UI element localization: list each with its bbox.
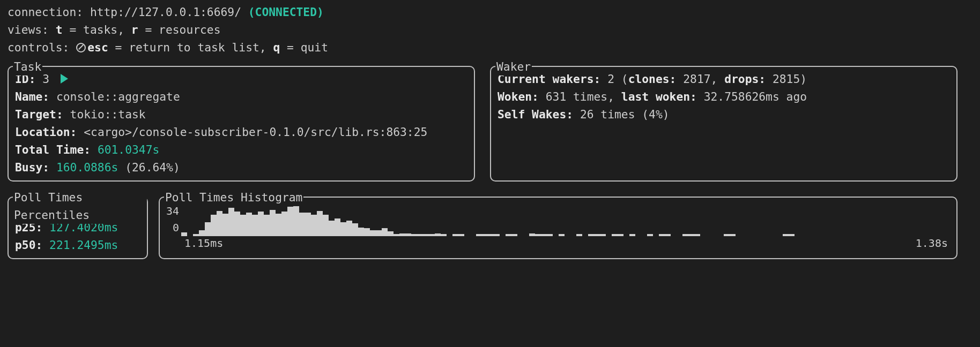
controls-text-q: = quit <box>280 41 328 54</box>
views-key-t[interactable]: t <box>56 23 63 36</box>
histogram-bar <box>287 207 293 236</box>
histogram-bar <box>659 234 665 236</box>
task-location-label: Location: <box>15 125 77 139</box>
waker-clones-label: clones: <box>628 72 677 86</box>
task-panel: Task ID: 3 Name: console::aggregate Targ… <box>8 66 475 182</box>
histogram-bar <box>441 234 447 236</box>
task-target-label: Target: <box>15 108 63 121</box>
histogram-bar <box>665 234 671 236</box>
waker-drops-value: 2815 <box>773 72 800 86</box>
histogram-bar <box>612 234 618 236</box>
controls-key-esc[interactable]: esc <box>87 41 108 54</box>
histogram-bar <box>234 212 240 236</box>
connection-line: connection: http://127.0.0.1:6669/ (CONN… <box>8 3 957 21</box>
waker-woken-value: 631 times <box>546 90 607 103</box>
histogram-bar <box>405 233 411 236</box>
histogram-bar <box>488 234 494 236</box>
waker-last-woken-label: last woken: <box>621 90 697 103</box>
histogram-bar <box>600 234 606 236</box>
histogram-bar <box>724 234 730 236</box>
histogram-bar <box>311 215 317 236</box>
histogram-bar <box>482 234 488 236</box>
histogram-bar <box>588 234 594 236</box>
views-label: views: <box>8 23 49 36</box>
histogram-bar <box>417 234 423 236</box>
stop-icon <box>76 43 86 52</box>
percentiles-panel-title: Poll Times Percentiles <box>13 188 147 224</box>
connection-url: http://127.0.0.1:6669/ <box>90 5 241 19</box>
histogram-bar <box>629 234 635 236</box>
histogram-bar <box>335 218 340 236</box>
histogram-bar <box>246 213 252 236</box>
histogram-bar <box>346 221 352 236</box>
histogram-bar <box>281 212 287 236</box>
histogram-bar <box>276 214 281 236</box>
histogram-xmin: 1.15ms <box>184 235 223 252</box>
task-total-value: 601.0347s <box>98 143 159 156</box>
task-total-label: Total Time: <box>15 143 91 156</box>
histogram-bar <box>506 234 511 236</box>
histogram-bar <box>783 234 789 236</box>
histogram-bar <box>789 234 795 236</box>
histogram-bar <box>240 215 246 236</box>
histogram-bar <box>576 234 582 236</box>
play-icon <box>61 74 68 84</box>
histogram-bar <box>323 215 329 236</box>
task-panel-title: Task <box>13 58 42 76</box>
waker-current-value: 2 <box>607 72 614 86</box>
waker-panel: Waker Current wakers: 2 (clones: 2817, d… <box>490 66 957 182</box>
histogram-bar <box>647 234 653 236</box>
histogram-bar <box>541 234 547 236</box>
waker-self-label: Self Wakes: <box>498 108 573 121</box>
histogram-bar <box>317 211 323 236</box>
waker-drops-label: drops: <box>724 72 766 86</box>
histogram-bar <box>370 230 376 236</box>
views-line: views: t = tasks, r = resources <box>8 21 957 39</box>
histogram-bar <box>329 221 335 236</box>
task-name-label: Name: <box>15 90 49 103</box>
histogram-bar <box>222 214 228 236</box>
waker-last-woken-value: 32.758626ms ago <box>704 90 807 103</box>
controls-key-q[interactable]: q <box>273 41 280 54</box>
histogram-yaxis: 34 0 <box>166 203 179 236</box>
percentile-label: p50: <box>15 238 42 252</box>
controls-text-esc: = return to task list, <box>108 41 266 54</box>
histogram-bar <box>205 222 211 236</box>
connection-status: (CONNECTED) <box>248 5 324 19</box>
histogram-bar <box>258 212 264 236</box>
histogram-bar <box>394 234 399 236</box>
histogram-bar <box>476 234 482 236</box>
histogram-panel: Poll Times Histogram 34 0 1.15ms 1.38s <box>159 197 957 259</box>
histogram-bar <box>305 213 311 236</box>
histogram-bar <box>211 215 217 236</box>
histogram-bar <box>382 228 388 236</box>
task-busy-value: 160.0886s <box>56 161 118 174</box>
histogram-bar <box>358 228 364 236</box>
waker-open: ( <box>621 72 628 86</box>
task-busy-label: Busy: <box>15 161 49 174</box>
histogram-bar <box>435 233 441 236</box>
waker-close: ) <box>800 72 807 86</box>
histogram-bar <box>299 213 305 236</box>
histogram-bar <box>399 233 405 236</box>
controls-line: controls: esc = return to task list, q =… <box>8 39 957 56</box>
histogram-bar <box>511 234 517 236</box>
histogram-ymin: 0 <box>173 220 179 236</box>
histogram-bar <box>352 223 358 236</box>
waker-c1: , <box>711 72 718 86</box>
task-location-value: <cargo>/console-subscriber-0.1.0/src/lib… <box>84 125 427 139</box>
histogram-bar <box>388 231 394 236</box>
histogram-bar <box>529 233 535 236</box>
histogram-bar <box>293 203 299 236</box>
views-key-r[interactable]: r <box>131 23 138 36</box>
percentile-row: p50: 221.2495ms <box>15 236 140 254</box>
histogram-xmax: 1.38s <box>916 235 948 252</box>
histogram-bar <box>535 234 541 236</box>
waker-panel-title: Waker <box>495 58 532 76</box>
histogram-bar <box>429 234 435 236</box>
histogram-bar <box>730 234 736 236</box>
waker-c2: , <box>607 90 614 103</box>
histogram-bar <box>228 208 234 236</box>
percentile-value: 221.2495ms <box>42 238 118 252</box>
histogram-bar <box>364 228 370 236</box>
